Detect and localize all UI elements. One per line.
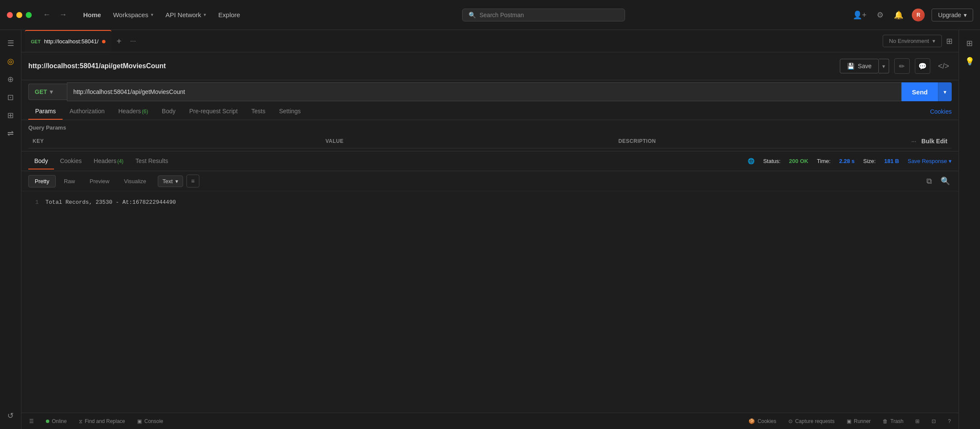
- url-input[interactable]: [67, 82, 902, 101]
- save-icon: 💾: [847, 63, 854, 69]
- sidebar-item-mock[interactable]: ⊡: [3, 89, 19, 106]
- request-title: http://localhost:58041/api/getMoviesCoun…: [28, 62, 835, 70]
- tab-url: http://localhost:58041/: [44, 38, 99, 45]
- bottom-layout-icon[interactable]: ⊞: [913, 417, 922, 426]
- tab-params[interactable]: Params: [28, 103, 63, 120]
- text-format-select[interactable]: Text ▾: [158, 175, 183, 187]
- bottom-share-icon[interactable]: ⊡: [929, 417, 938, 426]
- send-dropdown-button[interactable]: ▾: [938, 82, 952, 101]
- bottom-runner[interactable]: ▣ Runner: [844, 417, 873, 426]
- traffic-lights: [7, 12, 32, 18]
- pane-layout-icon[interactable]: ⊞: [944, 34, 955, 48]
- bottom-trash[interactable]: 🗑 Trash: [880, 417, 906, 426]
- share-icon: ⊡: [932, 418, 936, 424]
- nav-explore[interactable]: Explore: [213, 9, 245, 21]
- environment-selector[interactable]: No Environment ▾: [883, 35, 942, 47]
- chevron-down-icon: ▾: [175, 178, 178, 184]
- minimize-button[interactable]: [16, 12, 22, 18]
- comment-icon-button[interactable]: 💬: [915, 58, 930, 74]
- search-bar[interactable]: 🔍 Search Postman: [462, 9, 625, 21]
- forward-button[interactable]: →: [57, 9, 69, 21]
- find-replace-icon: ⧖: [79, 418, 82, 424]
- help-icon: ?: [948, 418, 951, 424]
- titlebar: ← → Home Workspaces ▾ API Network ▾ Expl…: [0, 0, 980, 30]
- send-button[interactable]: Send: [902, 82, 938, 101]
- online-indicator: [46, 420, 49, 423]
- avatar[interactable]: R: [912, 9, 925, 21]
- method-select[interactable]: GET ▾: [28, 84, 67, 100]
- bottom-help-icon[interactable]: ?: [945, 417, 953, 426]
- trash-icon: 🗑: [883, 418, 888, 424]
- sidebar-item-api[interactable]: ⇌: [3, 125, 19, 142]
- chevron-down-icon: ▾: [964, 12, 967, 18]
- col-desc-header: DESCRIPTION: [618, 138, 911, 144]
- bottom-capture[interactable]: ⊙ Capture requests: [786, 417, 837, 426]
- nav-api-network[interactable]: API Network ▾: [160, 9, 211, 21]
- line-number: 1: [30, 198, 39, 207]
- sidebar-item-history[interactable]: ↺: [3, 408, 19, 424]
- sidebar-item-collections[interactable]: ◎: [3, 53, 19, 69]
- bottom-online-status[interactable]: Online: [43, 417, 69, 426]
- capture-icon: ⊙: [788, 418, 793, 424]
- notifications-icon[interactable]: 🔔: [892, 9, 905, 21]
- query-params-label: Query Params: [28, 124, 952, 131]
- pretty-button[interactable]: Pretty: [28, 175, 56, 187]
- add-user-icon[interactable]: 👤+: [851, 9, 869, 21]
- resp-tab-test-results[interactable]: Test Results: [129, 153, 174, 169]
- maximize-button[interactable]: [26, 12, 32, 18]
- search-response-button[interactable]: 🔍: [939, 175, 952, 187]
- save-button[interactable]: 💾 Save: [840, 59, 879, 73]
- url-bar: GET ▾ Send ▾: [28, 80, 952, 103]
- bottom-sidebar-toggle[interactable]: ☰: [27, 417, 36, 426]
- sidebar-item-monitor[interactable]: ⊞: [3, 107, 19, 124]
- back-button[interactable]: ←: [40, 9, 53, 21]
- response-line: 1 Total Records, 23530 - At:167822294449…: [30, 198, 950, 207]
- copy-response-button[interactable]: ⧉: [925, 175, 934, 187]
- save-dropdown-button[interactable]: ▾: [879, 59, 889, 73]
- sidebar-item-environments[interactable]: ⊕: [3, 71, 19, 88]
- tab-pre-request[interactable]: Pre-request Script: [182, 103, 244, 120]
- add-tab-button[interactable]: +: [113, 37, 125, 45]
- resp-tab-body[interactable]: Body: [28, 153, 54, 169]
- save-response-button[interactable]: Save Response ▾: [908, 158, 952, 164]
- close-button[interactable]: [7, 12, 13, 18]
- response-status: 🌐 Status: 200 OK Time: 2.28 s Size: 181 …: [748, 158, 952, 164]
- wrap-lines-button[interactable]: ≡: [186, 175, 199, 187]
- layout-icon: ⊞: [915, 418, 920, 424]
- right-panel-pane-icon[interactable]: ⊞: [962, 35, 978, 51]
- nav-home[interactable]: Home: [78, 9, 106, 21]
- right-panel-light-icon[interactable]: 💡: [962, 53, 978, 69]
- request-title-bar: http://localhost:58041/api/getMoviesCoun…: [21, 52, 959, 80]
- visualize-button[interactable]: Visualize: [117, 175, 153, 187]
- settings-icon[interactable]: ⚙: [875, 9, 885, 21]
- tab-unsaved-dot: [102, 40, 105, 43]
- titlebar-right: 👤+ ⚙ 🔔 R Upgrade ▾: [851, 9, 973, 21]
- code-icon-button[interactable]: </>: [935, 59, 952, 73]
- bottom-cookies[interactable]: 🍪 Cookies: [746, 417, 779, 426]
- upgrade-button[interactable]: Upgrade ▾: [932, 9, 973, 21]
- chevron-down-icon: ▾: [204, 12, 206, 18]
- bottom-find-replace[interactable]: ⧖ Find and Replace: [76, 417, 128, 426]
- request-tab-active[interactable]: GET http://localhost:58041/: [25, 30, 111, 52]
- tab-headers[interactable]: Headers(6): [111, 103, 155, 120]
- bottom-console[interactable]: ▣ Console: [135, 417, 166, 426]
- tab-authorization[interactable]: Authorization: [63, 103, 111, 120]
- edit-icon-button[interactable]: ✏: [894, 58, 910, 74]
- nav-workspaces[interactable]: Workspaces ▾: [108, 9, 159, 21]
- params-more-button[interactable]: ···: [911, 138, 917, 145]
- cookies-link[interactable]: Cookies: [930, 104, 952, 119]
- raw-button[interactable]: Raw: [57, 175, 81, 187]
- right-panel: ⊞ 💡: [959, 30, 980, 429]
- response-tabs: Body Cookies Headers(4) Test Results 🌐 S…: [21, 151, 959, 171]
- preview-button[interactable]: Preview: [83, 175, 116, 187]
- bulk-edit-button[interactable]: Bulk Edit: [921, 138, 947, 145]
- more-tabs-button[interactable]: ···: [127, 37, 139, 45]
- resp-tab-cookies[interactable]: Cookies: [54, 153, 88, 169]
- time-value: 2.28 s: [839, 158, 854, 164]
- tab-settings[interactable]: Settings: [272, 103, 308, 120]
- response-area: Body Cookies Headers(4) Test Results 🌐 S…: [21, 151, 959, 413]
- sidebar-item-new-request[interactable]: ☰: [3, 35, 19, 51]
- tab-body[interactable]: Body: [155, 103, 183, 120]
- resp-tab-headers[interactable]: Headers(4): [88, 153, 130, 169]
- tab-tests[interactable]: Tests: [244, 103, 272, 120]
